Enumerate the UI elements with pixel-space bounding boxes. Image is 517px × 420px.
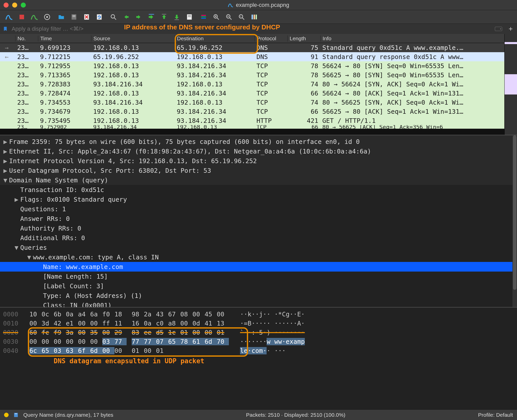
svg-rect-14 xyxy=(163,16,165,19)
hex-row[interactable]: 00406c6503636f6d0000010001le·com·· ··· xyxy=(3,346,517,355)
svg-rect-10 xyxy=(126,16,129,18)
hex-row[interactable]: 0000100c6b0aa46af018982a436708004500··k·… xyxy=(3,310,517,319)
close-window-button[interactable] xyxy=(4,3,9,8)
tree-toggle-icon[interactable]: ▶ xyxy=(2,157,9,165)
reload-icon[interactable] xyxy=(95,12,104,22)
svg-rect-0 xyxy=(19,15,24,19)
zoom-in-icon[interactable] xyxy=(212,12,221,22)
options-icon[interactable] xyxy=(43,12,52,22)
packet-row[interactable]: 23…9.75290293.184.216.34192.168.0.13TCP6… xyxy=(0,125,504,129)
display-filter-bar: + IP address of the DNS server configure… xyxy=(0,24,517,34)
wireshark-icon xyxy=(228,2,233,8)
stop-icon[interactable] xyxy=(17,12,26,22)
tree-toggle-icon[interactable]: ▶ xyxy=(2,138,9,145)
details-row[interactable]: ▶Frame 2359: 75 bytes on wire (600 bits)… xyxy=(0,137,517,146)
svg-rect-19 xyxy=(188,15,191,16)
status-field-info: Query Name (dns.qry.name), 17 bytes xyxy=(23,412,113,418)
col-source[interactable]: Source xyxy=(91,35,175,42)
hex-row[interactable]: 003000000000000003777777076578616d70····… xyxy=(3,337,517,346)
details-row[interactable]: [Label Count: 3] xyxy=(0,281,517,291)
details-row[interactable]: Name: www.example.com xyxy=(0,262,517,272)
restart-icon[interactable] xyxy=(30,12,39,22)
details-scrollbar[interactable] xyxy=(512,135,517,307)
col-info[interactable]: Info xyxy=(320,35,504,42)
details-row[interactable]: Authority RRs: 0 xyxy=(0,223,517,233)
tree-toggle-icon[interactable]: ▶ xyxy=(2,148,9,155)
tree-toggle-icon[interactable]: ▶ xyxy=(13,196,20,203)
notepad-icon[interactable] xyxy=(13,412,19,418)
save-icon[interactable] xyxy=(69,12,78,22)
tree-toggle-icon[interactable]: ▶ xyxy=(2,167,9,174)
details-row[interactable]: Questions: 1 xyxy=(0,204,517,214)
details-row[interactable]: Class: IN (0x0001) xyxy=(0,300,517,308)
svg-rect-35 xyxy=(254,14,255,19)
details-row[interactable]: Transaction ID: 0xd51c xyxy=(0,185,517,195)
autoscroll-icon[interactable] xyxy=(185,12,194,22)
packet-list-header[interactable]: No. Time Source Destination Protocol Len… xyxy=(0,34,504,43)
details-row[interactable]: Additional RRs: 0 xyxy=(0,233,517,243)
packet-list-pane: No. Time Source Destination Protocol Len… xyxy=(0,34,517,135)
hex-row[interactable]: 0010003d42e10000ff11160ac0a8000d4113·=B·… xyxy=(3,319,517,328)
window-title: example-com.pcapng xyxy=(236,2,289,8)
packet-row[interactable]: ←23…9.71221565.19.96.252192.168.0.13DNS9… xyxy=(0,52,504,61)
packet-row[interactable]: 23…9.72838393.184.216.34192.168.0.13TCP7… xyxy=(0,80,504,89)
filter-expression-button[interactable] xyxy=(495,27,505,31)
packet-row[interactable]: 23…9.728474192.168.0.1393.184.216.34TCP6… xyxy=(0,89,504,98)
details-row[interactable]: ▼www.example.com: type A, class IN xyxy=(0,252,517,262)
details-row[interactable]: ▼Domain Name System (query) xyxy=(0,175,517,185)
svg-rect-12 xyxy=(149,16,151,18)
tree-toggle-icon[interactable]: ▼ xyxy=(25,254,33,261)
col-no[interactable]: No. xyxy=(15,35,38,42)
find-icon[interactable] xyxy=(109,12,118,22)
bookmark-icon[interactable] xyxy=(3,26,8,32)
packet-row[interactable]: 23…9.73455393.184.216.34192.168.0.13TCP7… xyxy=(0,98,504,107)
details-row[interactable]: ▶User Datagram Protocol, Src Port: 63802… xyxy=(0,166,517,175)
col-destination[interactable]: Destination xyxy=(175,35,254,42)
svg-rect-20 xyxy=(188,16,191,17)
packet-bytes-pane: 0000100c6b0aa46af018982a436708004500··k·… xyxy=(0,308,517,409)
resize-cols-icon[interactable] xyxy=(250,12,259,22)
zoom-reset-icon[interactable]: = xyxy=(237,12,246,22)
col-protocol[interactable]: Protocol xyxy=(254,35,287,42)
filter-add-button[interactable]: + xyxy=(507,25,514,33)
packet-row[interactable]: →23…9.699123192.168.0.1365.19.96.252DNS7… xyxy=(0,43,504,52)
display-filter-input[interactable] xyxy=(10,25,493,33)
details-row[interactable]: Answer RRs: 0 xyxy=(0,214,517,223)
details-row[interactable]: ▶Internet Protocol Version 4, Src: 192.1… xyxy=(0,156,517,166)
details-row[interactable]: ▶Flags: 0x0100 Standard query xyxy=(0,195,517,204)
forward-icon[interactable] xyxy=(134,12,143,22)
tree-toggle-icon[interactable]: ▼ xyxy=(13,244,20,251)
expert-info-icon[interactable] xyxy=(4,413,9,417)
zoom-out-icon[interactable] xyxy=(224,12,233,22)
maximize-window-button[interactable] xyxy=(21,3,26,8)
annotation-bottom: DNS datagram encapsulted in UDP packet xyxy=(54,357,517,365)
fin-icon[interactable] xyxy=(5,12,14,22)
top-icon[interactable] xyxy=(160,12,169,22)
status-profile[interactable]: Profile: Default xyxy=(478,412,513,418)
bottom-icon[interactable] xyxy=(172,12,181,22)
details-row[interactable]: Type: A (Host Address) (1) xyxy=(0,291,517,300)
packet-row[interactable]: 23…9.712955192.168.0.1393.184.216.34TCP7… xyxy=(0,61,504,70)
details-row[interactable]: ▼Queries xyxy=(0,243,517,252)
statusbar: Query Name (dns.qry.name), 17 bytes Pack… xyxy=(0,409,517,420)
packet-row[interactable]: 23…9.713365192.168.0.1393.184.216.34TCP7… xyxy=(0,70,504,80)
svg-point-2 xyxy=(46,16,48,18)
close-icon[interactable] xyxy=(82,12,91,22)
minimize-window-button[interactable] xyxy=(12,3,17,8)
details-row[interactable]: [Name Length: 15] xyxy=(0,272,517,281)
svg-rect-39 xyxy=(15,413,17,414)
packet-minimap[interactable] xyxy=(504,34,517,135)
packet-row[interactable]: 23…9.735495192.168.0.1393.184.216.34HTTP… xyxy=(0,116,504,125)
colorize-icon[interactable] xyxy=(199,12,208,22)
open-icon[interactable] xyxy=(57,12,66,22)
hex-row[interactable]: 002060fcf93a0035002983eed51c01000001`··:… xyxy=(3,328,517,337)
tree-toggle-icon[interactable]: ▼ xyxy=(2,177,9,184)
col-length[interactable]: Length xyxy=(287,35,320,42)
back-icon[interactable] xyxy=(122,12,131,22)
status-packets: Packets: 2510 · Displayed: 2510 (100.0%) xyxy=(246,412,345,418)
details-row[interactable]: ▶Ethernet II, Src: Apple_2a:43:67 (f0:18… xyxy=(0,146,517,156)
jump-icon[interactable] xyxy=(147,12,156,22)
col-time[interactable]: Time xyxy=(38,35,91,42)
svg-rect-22 xyxy=(201,16,206,17)
packet-row[interactable]: 23…9.734679192.168.0.1393.184.216.34TCP6… xyxy=(0,107,504,116)
